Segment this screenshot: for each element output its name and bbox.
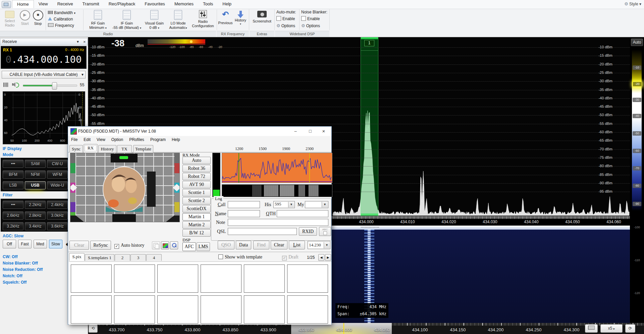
template-thumbnail[interactable] bbox=[201, 295, 241, 324]
if-display-header[interactable]: IF Display bbox=[3, 146, 22, 151]
qso-button[interactable]: QSO bbox=[218, 241, 234, 249]
filter-button-3-0khz[interactable]: 3.0kHz bbox=[47, 211, 68, 220]
call-input[interactable] bbox=[228, 201, 260, 208]
his-combo[interactable]: 595▼ bbox=[273, 201, 295, 208]
mmsstv-tab-sync[interactable]: Sync bbox=[69, 145, 83, 152]
magnifier-button[interactable] bbox=[170, 241, 178, 249]
filter-button-3-2khz[interactable]: 3.2kHz bbox=[3, 222, 23, 230]
filter-button-3-4khz[interactable]: 3.4kHz bbox=[25, 222, 46, 230]
screenshot-button[interactable]: Screenshot bbox=[251, 10, 273, 23]
filter-header[interactable]: Filter bbox=[3, 193, 12, 197]
auto-history-checkbox[interactable]: ✓Auto history bbox=[114, 243, 144, 249]
template-thumbnail[interactable] bbox=[287, 295, 328, 324]
template-thumbnail[interactable] bbox=[71, 265, 112, 293]
radio-configuration-button[interactable]: Radio Configuration bbox=[190, 10, 216, 28]
qth-input[interactable] bbox=[277, 210, 328, 217]
template-thumbnail[interactable] bbox=[71, 295, 112, 324]
mmsstv-menu-view[interactable]: View bbox=[94, 136, 108, 143]
pan-left-button[interactable]: ⟲ bbox=[89, 324, 98, 333]
filter-button-3-6khz[interactable]: 3.6kHz bbox=[47, 222, 68, 230]
maximize-button[interactable]: □ bbox=[305, 128, 315, 135]
colorbar-label-90[interactable]: -90 bbox=[633, 202, 641, 206]
mode-button-bfm[interactable]: BFM bbox=[3, 171, 23, 179]
volume-handle[interactable] bbox=[52, 82, 57, 90]
mode-button-nfm[interactable]: NFM bbox=[25, 171, 46, 179]
bottom-tab-3[interactable]: 3 bbox=[130, 254, 146, 261]
filter-button-[interactable]: ••• bbox=[3, 201, 23, 209]
bottom-tab-2[interactable]: 2 bbox=[115, 254, 130, 261]
ribbon-tab-view[interactable]: View bbox=[34, 0, 53, 8]
show-with-template-checkbox[interactable]: Show with template bbox=[218, 254, 262, 260]
mmsstv-tab-rx[interactable]: RX bbox=[84, 144, 98, 152]
template-thumbnail[interactable] bbox=[157, 265, 198, 293]
noise-blanker-enable-checkbox[interactable]: Enable bbox=[301, 16, 328, 21]
previous-button[interactable]: ↶ Previous bbox=[218, 10, 233, 25]
template-thumbnail[interactable] bbox=[114, 295, 155, 324]
lo-mode-button[interactable]: LO ModeAutomatic▾ bbox=[167, 10, 189, 30]
mmsstv-tab-template[interactable]: Template bbox=[133, 145, 153, 152]
bottom-tab-4[interactable]: 4 bbox=[146, 254, 162, 261]
colorbar-label-10[interactable]: -10 bbox=[633, 65, 641, 70]
bottom-tab-s-templates-1[interactable]: S.templates 1 bbox=[85, 254, 114, 261]
mode-button-wfm[interactable]: WFM bbox=[47, 171, 68, 179]
zoom-button[interactable]: x5 ▸ bbox=[600, 324, 623, 333]
auto-mute-options-button[interactable]: ⚙Options bbox=[276, 23, 298, 28]
template-thumbnail[interactable] bbox=[114, 265, 155, 293]
rf-gain-button[interactable]: RF GainMinimum ▾ bbox=[85, 10, 111, 30]
chevron-down-icon[interactable]: ▼ bbox=[288, 202, 294, 207]
rx-mode-b-w-12[interactable]: B/W 12 bbox=[182, 229, 211, 237]
mmsstv-menu-file[interactable]: File bbox=[68, 136, 80, 143]
rx-mode-martin-2[interactable]: Martin 2 bbox=[182, 221, 211, 229]
ribbon-tab-tools[interactable]: Tools bbox=[198, 0, 218, 8]
list-button[interactable]: List bbox=[289, 241, 305, 249]
data-button[interactable]: Data bbox=[236, 241, 251, 249]
select-radio-button[interactable]: Select Radio bbox=[2, 10, 17, 28]
rx-mode-scottie-1[interactable]: Scottie 1 bbox=[182, 189, 211, 196]
log-frequency-combo[interactable]: 14.230▼ bbox=[308, 241, 330, 249]
filter-button-2-2khz[interactable]: 2.2kHz bbox=[25, 201, 46, 209]
noise-blanker-options-button[interactable]: ⚙Options bbox=[301, 23, 328, 28]
qsl-input[interactable] bbox=[228, 228, 297, 235]
ribbon-tab-transmit[interactable]: Transmit bbox=[78, 0, 104, 8]
template-thumbnail[interactable] bbox=[287, 265, 328, 293]
note-input[interactable] bbox=[228, 219, 328, 226]
rx-mode-scottiedx[interactable]: ScottieDX bbox=[182, 205, 211, 212]
ribbon-tab-rec-playback[interactable]: Rec/Playback bbox=[104, 0, 140, 8]
chevron-down-icon[interactable]: ▼ bbox=[324, 242, 330, 248]
frequency-display[interactable]: RX 1 0 - 4000 Hz 0.434.000.100 bbox=[1, 46, 87, 69]
calibration-button[interactable]: Calibration bbox=[48, 17, 82, 23]
minimize-button[interactable]: – bbox=[290, 128, 301, 135]
rxid-button[interactable]: RXID bbox=[299, 227, 317, 236]
rx-mode-robot-36[interactable]: Robot 36 bbox=[182, 165, 211, 172]
bottom-tab-s-pix[interactable]: S.pix bbox=[69, 253, 85, 261]
chevron-down-icon[interactable]: ▼ bbox=[322, 202, 328, 207]
close-button[interactable]: × bbox=[319, 128, 329, 135]
agc-header[interactable]: AGC: Slow bbox=[3, 234, 23, 238]
log-clear-button[interactable]: Clear bbox=[271, 241, 287, 249]
clear-button[interactable]: Clear bbox=[69, 241, 89, 250]
pan-right-button[interactable]: ⟳ bbox=[625, 324, 635, 333]
my-combo[interactable]: ▼ bbox=[305, 201, 328, 208]
filter-button-2-8khz[interactable]: 2.8kHz bbox=[25, 211, 46, 220]
agc-button-fast[interactable]: Fast bbox=[18, 240, 32, 248]
keyboard-entry-button[interactable] bbox=[585, 324, 598, 333]
ribbon-tab-help[interactable]: Help bbox=[218, 0, 236, 8]
page-prev-button[interactable]: ◀ bbox=[318, 254, 324, 261]
template-thumbnail[interactable] bbox=[201, 265, 241, 293]
name-input[interactable] bbox=[228, 210, 260, 217]
style-area[interactable]: ⚙Style ▾ bbox=[624, 1, 641, 7]
template-thumbnail[interactable] bbox=[157, 295, 198, 324]
colorbar-label-50[interactable]: -50 bbox=[633, 131, 641, 136]
agc-button-med[interactable]: Med bbox=[34, 240, 47, 248]
mode-button-lsb[interactable]: LSB bbox=[3, 181, 23, 189]
mmsstv-menu-program[interactable]: Program bbox=[147, 136, 169, 143]
rx-mode-robot-72[interactable]: Robot 72 bbox=[182, 173, 211, 180]
if-gain-button[interactable]: IF Gain-55 dB (Manual) ▾ bbox=[112, 10, 142, 30]
mmsstv-menu-edit[interactable]: Edit bbox=[80, 136, 94, 143]
receive-panel-header[interactable]: Receive ▾ × bbox=[0, 38, 88, 45]
speaker-icon[interactable] bbox=[12, 82, 19, 87]
afc-button[interactable]: AFC bbox=[182, 242, 196, 251]
mode-button-sam[interactable]: SAM bbox=[25, 160, 46, 168]
channel-marker-band[interactable]: 1 bbox=[361, 37, 378, 216]
template-thumbnail[interactable] bbox=[244, 265, 285, 293]
